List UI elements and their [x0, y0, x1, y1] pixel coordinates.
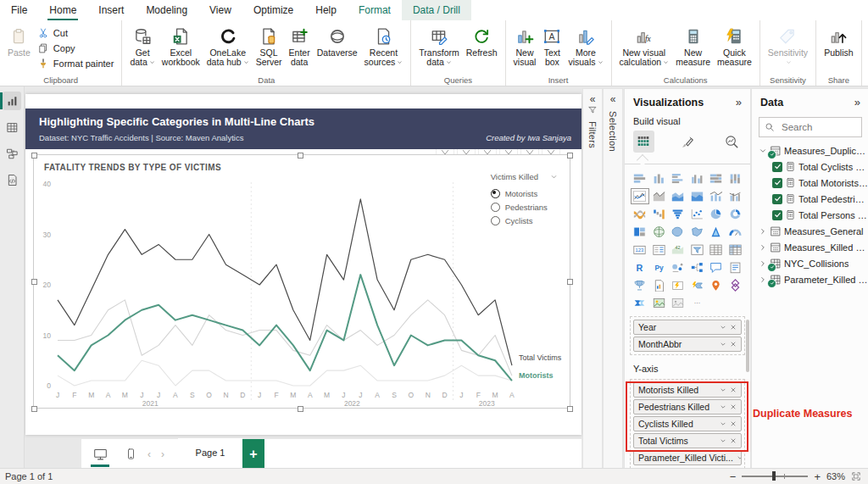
model-view-button[interactable] [3, 144, 21, 163]
slicer-option-cyclists[interactable]: Cyclists [491, 214, 558, 227]
new-visual-calculation-button[interactable]: fxNew visualcalculation [617, 23, 672, 69]
visual-type-arcgis-map[interactable] [708, 278, 725, 292]
previous-page-arrow[interactable]: ‹ [142, 448, 156, 460]
visual-type-gauge[interactable] [727, 225, 744, 239]
visual-type-key-influencers[interactable] [670, 260, 687, 275]
visual-type-ribbon-chart[interactable] [632, 207, 648, 221]
excel-workbook-button[interactable]: Excelworkbook [159, 23, 203, 69]
visual-type-100-stacked-area-chart[interactable] [689, 189, 706, 203]
more-visuals-button[interactable]: Morevisuals [565, 23, 605, 69]
field-tree-item[interactable]: Measures_Duplicate_K... [752, 142, 868, 159]
tab-help[interactable]: Help [304, 0, 348, 20]
dataverse-button[interactable]: Dataverse [314, 23, 360, 59]
visual-type-smart-narrative[interactable] [727, 260, 744, 275]
visual-type-line-and-clustered-column-chart[interactable] [727, 189, 744, 203]
visual-type-goals[interactable] [632, 278, 648, 292]
mode-build-visual[interactable] [633, 131, 654, 153]
pane-scrollbar[interactable] [746, 320, 749, 372]
field-pill[interactable]: Pedestrians Killed [633, 399, 742, 414]
refresh-button[interactable]: Refresh [464, 23, 500, 59]
get-data-button[interactable]: Getdata [127, 23, 157, 69]
new-measure-button[interactable]: Newmeasure [673, 23, 713, 69]
visual-type-line-and-stacked-column-chart[interactable] [708, 189, 725, 203]
visual-type-100-stacked-bar-chart[interactable] [708, 171, 725, 186]
chevron-down-icon[interactable] [720, 324, 726, 331]
checkbox-checked-icon[interactable] [772, 194, 782, 204]
visual-type-stacked-bar-chart[interactable] [632, 171, 648, 186]
mode-analytics[interactable] [721, 131, 742, 153]
recent-sources-button[interactable]: Recentsources [362, 23, 406, 69]
desktop-view-button[interactable] [88, 443, 112, 465]
visual-type-pie-chart[interactable] [708, 207, 725, 221]
remove-field-icon[interactable] [730, 341, 737, 348]
chevron-down-icon[interactable] [550, 173, 558, 181]
remove-field-icon[interactable] [730, 324, 737, 331]
onelake-data-hub-button[interactable]: OneLakedata hub [204, 23, 252, 69]
dax-query-view-button[interactable] [3, 170, 21, 189]
visual-type-waterfall-chart[interactable] [651, 207, 668, 221]
report-view-button[interactable] [3, 92, 21, 110]
next-page-arrow[interactable]: › [156, 448, 170, 460]
new-visual-button[interactable]: Newvisual [511, 23, 539, 69]
visual-type-filled-map[interactable] [670, 225, 687, 239]
visual-type-decomposition-tree[interactable] [689, 260, 706, 275]
visual-type-clustered-bar-chart[interactable] [670, 171, 687, 186]
tab-view[interactable]: View [198, 0, 242, 20]
checkbox-checked-icon[interactable] [772, 162, 782, 172]
visual-type-scatter-chart[interactable] [689, 207, 706, 221]
zoom-slider[interactable] [742, 476, 808, 477]
slicer-option-motorists[interactable]: Motorists [491, 186, 558, 200]
visual-type-slicer[interactable] [689, 242, 706, 257]
page-tab[interactable]: Page 1 [178, 438, 242, 470]
table-view-button[interactable] [3, 118, 21, 136]
visual-type-custom-visual[interactable] [727, 278, 744, 292]
collapse-pane-icon[interactable]: » [854, 96, 860, 108]
visual-type-treemap[interactable] [632, 225, 648, 239]
visual-type-placeholder-visual[interactable] [670, 296, 687, 310]
selection-handle[interactable] [567, 279, 573, 285]
tab-file[interactable]: File [0, 0, 38, 20]
tab-insert[interactable]: Insert [87, 0, 135, 20]
visual-type-funnel-chart[interactable] [670, 207, 687, 221]
remove-field-icon[interactable] [730, 403, 737, 410]
field-pill[interactable]: Year [633, 320, 742, 335]
field-tree-item[interactable]: Total Pedestrian... [752, 191, 868, 207]
visual-type-power-automate[interactable] [689, 278, 706, 292]
field-pill[interactable]: Cyclists Killed [633, 416, 742, 431]
field-pill[interactable]: Motorists Killed [633, 382, 742, 398]
field-tree-item[interactable]: Total Persons Ki... [752, 207, 868, 223]
field-tree-item[interactable]: NYC_Collisions [752, 255, 868, 271]
expand-filters-icon[interactable]: « [590, 93, 596, 105]
chevron-right-icon[interactable] [759, 227, 767, 236]
visual-type-azure-map[interactable] [708, 225, 725, 239]
visual-type-image-visual[interactable] [651, 296, 668, 310]
visual-type-stacked-column-chart[interactable] [651, 171, 668, 186]
copy-button[interactable]: Copy [34, 41, 118, 56]
sensitivity-button[interactable]: Sensitivity [765, 23, 810, 69]
field-tree-item[interactable]: Parameter_Killed Victi... [752, 271, 868, 287]
visual-type-get-more-visuals[interactable]: ··· [689, 296, 706, 310]
selection-handle[interactable] [31, 153, 37, 159]
selection-pane-collapsed[interactable]: « Selection [603, 88, 623, 469]
sql-server-button[interactable]: SQLServer [253, 23, 285, 69]
chevron-down-icon[interactable] [720, 437, 726, 444]
search-input[interactable] [780, 121, 856, 133]
remove-field-icon[interactable] [730, 387, 737, 393]
chevron-right-icon[interactable] [759, 243, 767, 252]
field-pill[interactable]: MonthAbbr [633, 337, 742, 352]
visual-type-flow-visual[interactable] [632, 296, 648, 310]
visual-type-card[interactable]: 123 [632, 242, 648, 257]
selection-handle[interactable] [298, 406, 303, 412]
field-tree-item[interactable]: Measures_Killed Victims [752, 239, 868, 255]
zoom-in-button[interactable]: + [814, 470, 821, 483]
visual-type-clustered-column-chart[interactable] [689, 171, 706, 186]
zoom-out-button[interactable]: − [730, 470, 737, 483]
chevron-down-icon[interactable] [720, 387, 726, 393]
remove-field-icon[interactable] [730, 437, 737, 444]
field-tree-item[interactable]: Measures_General [752, 223, 868, 239]
selection-handle[interactable] [298, 153, 303, 159]
tab-modeling[interactable]: Modeling [135, 0, 198, 20]
chevron-down-icon[interactable] [720, 341, 726, 348]
selection-handle[interactable] [567, 406, 573, 412]
paste-button[interactable]: Paste [5, 23, 33, 59]
